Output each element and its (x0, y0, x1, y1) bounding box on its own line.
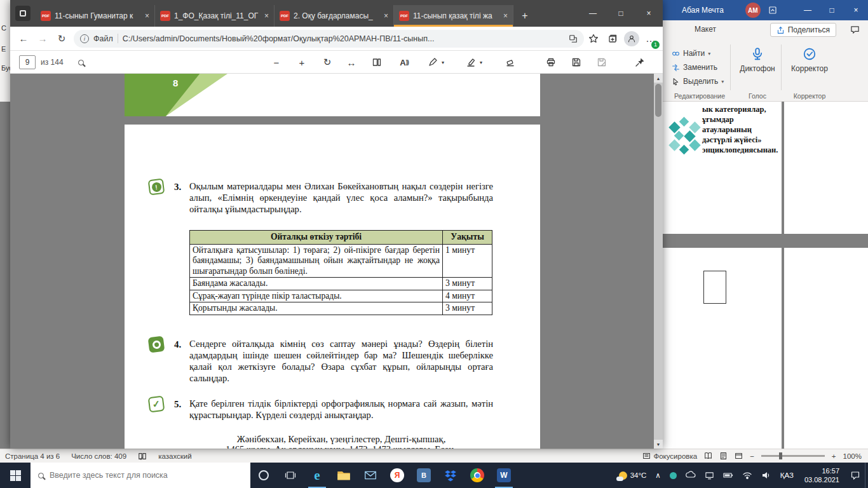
print-layout-icon[interactable] (719, 452, 728, 460)
volume-icon[interactable] (757, 463, 776, 488)
rotate-icon[interactable]: ↻ (318, 51, 337, 74)
tab-actions-icon[interactable] (15, 6, 31, 21)
find-button[interactable]: Найти ▾ (672, 47, 710, 60)
scroll-down-icon[interactable]: ▼ (654, 440, 663, 449)
forward-button[interactable]: → (33, 33, 52, 44)
word-page[interactable] (784, 248, 868, 449)
word-account-avatar[interactable]: АМ (745, 3, 761, 18)
proofing-icon[interactable] (138, 452, 147, 461)
taskbar-edge-icon[interactable]: e (304, 463, 330, 488)
taskbar-clock[interactable]: 16:57 03.08.2021 (798, 466, 846, 484)
share-button[interactable]: Поделиться (770, 23, 836, 37)
focus-mode-button[interactable]: Фокусировка (642, 452, 697, 460)
select-button[interactable]: Выделить ▾ (672, 75, 724, 88)
info-icon[interactable]: i (80, 34, 89, 43)
word-minimize-button[interactable]: — (796, 0, 820, 20)
taskbar-dropbox-icon[interactable] (437, 463, 464, 488)
tab-close-icon[interactable]: × (264, 11, 269, 20)
language-indicator[interactable]: ҚАЗ (776, 463, 798, 488)
scroll-up-icon[interactable]: ▲ (654, 74, 663, 83)
edge-minimize-button[interactable]: — (579, 0, 607, 27)
hidden-icons-chevron[interactable]: ∧ (651, 463, 665, 488)
replace-button[interactable]: Заменить (672, 61, 717, 74)
browser-tab-4-active[interactable]: PDF 11-сынып қазақ тілі жа × (394, 5, 513, 27)
display-icon[interactable] (700, 463, 719, 488)
weather-widget[interactable]: 34°C (614, 463, 651, 488)
collections-icon[interactable] (603, 27, 622, 51)
tray-app-icon[interactable] (665, 463, 681, 488)
word-page[interactable] (784, 102, 868, 234)
zoom-slider[interactable] (761, 455, 825, 457)
zoom-in-button[interactable]: + (832, 452, 836, 460)
ribbon-display-options-icon[interactable] (761, 0, 785, 20)
cortana-button[interactable] (250, 463, 277, 488)
address-bar-action-icon[interactable] (569, 34, 578, 43)
word-close-button[interactable]: × (844, 0, 868, 20)
browser-tab-1[interactable]: PDF 11-сынып Гуманитар к × (36, 5, 155, 27)
read-aloud-icon[interactable]: A)) (393, 51, 416, 74)
zoom-out-icon[interactable]: − (267, 51, 286, 74)
new-tab-button[interactable]: + (516, 7, 534, 25)
page-view-icon[interactable] (367, 51, 386, 74)
web-layout-icon[interactable] (735, 452, 743, 460)
editor-button[interactable]: Корректор (787, 47, 832, 73)
page-indicator[interactable]: Страница 4 из 6 (5, 452, 60, 460)
language-indicator[interactable]: казахский (158, 452, 191, 460)
taskbar-vk-icon[interactable]: B (410, 463, 437, 488)
zoom-level[interactable]: 100% (843, 452, 862, 460)
favorites-add-icon[interactable] (584, 27, 603, 51)
tab-close-icon[interactable]: × (384, 11, 388, 20)
comments-icon[interactable] (850, 25, 860, 34)
pin-toolbar-icon[interactable] (630, 51, 649, 74)
dictate-button[interactable]: Диктофон (738, 47, 777, 73)
save-as-icon[interactable] (592, 51, 611, 74)
settings-more-button[interactable]: … 1 (641, 27, 660, 51)
fit-width-icon[interactable]: ↔ (342, 51, 361, 74)
taskbar-word-icon[interactable]: W (491, 463, 517, 488)
pdf-viewport[interactable]: 8 ! 3. Оқылым материалдары мен Әлихан Бө… (10, 74, 663, 449)
scrollbar-thumb[interactable] (655, 84, 661, 117)
edge-close-button[interactable]: × (635, 0, 663, 27)
word-doc-text[interactable]: ык категориялар, ұғымдар атауларының дәс… (702, 104, 778, 155)
task-view-button[interactable] (277, 463, 304, 488)
find-in-document-icon[interactable] (71, 51, 90, 74)
address-bar[interactable]: i Файл C:/Users/admin/Documents/Новый%20… (74, 30, 584, 48)
taskbar-chrome-icon[interactable] (464, 463, 491, 488)
word-restore-button[interactable]: □ (820, 0, 844, 20)
search-input[interactable] (50, 471, 243, 480)
erase-icon[interactable] (501, 51, 520, 74)
battery-icon[interactable] (719, 463, 738, 488)
taskbar-mail-icon[interactable] (357, 463, 384, 488)
pdf-scrollbar[interactable]: ▲ ▼ (654, 74, 663, 449)
zoom-out-button[interactable]: − (750, 452, 754, 460)
edge-maximize-button[interactable]: □ (607, 0, 635, 27)
profile-avatar[interactable] (622, 27, 641, 51)
network-wifi-icon[interactable] (738, 463, 757, 488)
word-count[interactable]: Число слов: 409 (71, 452, 126, 460)
taskbar-yandex-icon[interactable]: Я (384, 463, 410, 488)
read-mode-icon[interactable] (704, 452, 712, 460)
ribbon-tab-layout[interactable]: Макет (695, 25, 716, 34)
start-button[interactable] (0, 463, 31, 488)
draw-chevron-icon[interactable]: ▾ (438, 51, 447, 74)
refresh-button[interactable]: ↻ (52, 33, 71, 44)
zoom-in-icon[interactable]: + (292, 51, 311, 74)
zoom-slider-thumb[interactable] (779, 452, 782, 459)
browser-tab-3[interactable]: PDF 2. Оқу бағдарламасы_ × (275, 5, 394, 27)
page-number-input[interactable]: 9 (19, 55, 36, 69)
save-icon[interactable] (567, 51, 586, 74)
browser-tab-2[interactable]: PDF 1_ФО_Қазақ тілі_11_ОГ × (155, 5, 275, 27)
url-text[interactable]: C:/Users/admin/Documents/Новый%20формат/… (123, 34, 564, 43)
onedrive-cloud-icon[interactable] (681, 463, 700, 488)
word-page[interactable] (663, 248, 782, 449)
taskbar-explorer-icon[interactable] (330, 463, 357, 488)
back-button[interactable]: ← (14, 33, 33, 44)
show-desktop-button[interactable] (865, 463, 868, 488)
tab-close-icon[interactable]: × (145, 11, 149, 20)
action-center-icon[interactable] (846, 463, 865, 488)
taskbar-search[interactable] (31, 463, 250, 488)
print-icon[interactable] (541, 51, 560, 74)
highlight-chevron-icon[interactable]: ▾ (477, 51, 485, 74)
tab-close-icon[interactable]: × (503, 11, 508, 20)
word-account-name[interactable]: Абая Мечта (682, 6, 724, 15)
